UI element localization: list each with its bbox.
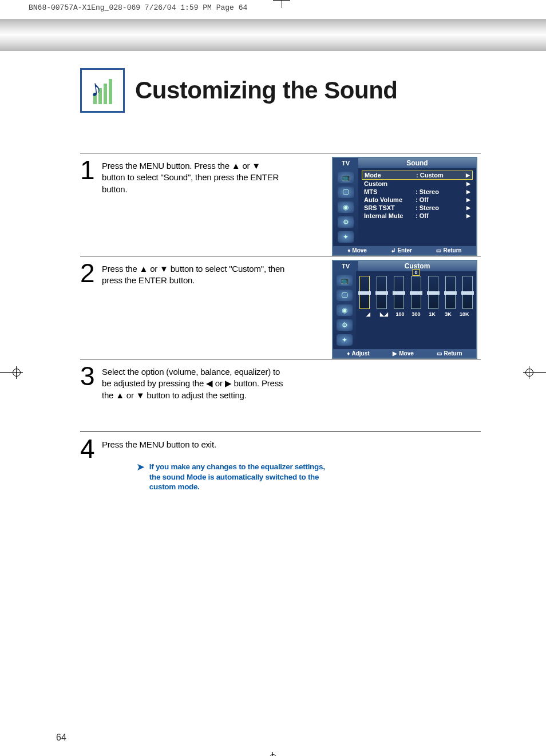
eq-slider: [359, 276, 370, 309]
osd-icon: ✦: [338, 231, 354, 243]
osd-icon: ✦: [337, 334, 353, 346]
osd-sidebar-icons: 📺 🖵 ◉ ⚙ ✦: [333, 168, 358, 246]
osd-equalizer: 0 ◢ ◣◢: [356, 271, 476, 349]
crop-header-text: BN68-00757A-X1Eng_028-069 7/26/04 1:59 P…: [29, 3, 247, 12]
osd-screenshot-sound: TV Sound 📺 🖵 ◉ ⚙ ✦ Mode: [332, 157, 481, 256]
step-text: Press the ▲ or ▼ button to select "Custo…: [102, 260, 285, 287]
chevron-right-icon: ▶: [465, 205, 470, 211]
crop-mark-bottom-icon: [0, 749, 546, 756]
osd-icon: ◉: [337, 304, 353, 316]
return-icon: ▭: [436, 247, 441, 254]
note-text: If you make any changes to the equalizer…: [149, 462, 331, 492]
crop-mark-icon: [273, 0, 290, 11]
chevron-right-icon: ▶: [465, 181, 470, 187]
eq-labels: ◢ ◣◢ 100 300 1K 3K 10K: [356, 311, 476, 319]
step-2: 2 Press the ▲ or ▼ button to select "Cus…: [80, 256, 481, 359]
osd-title: Sound: [358, 159, 476, 167]
eq-label: 10K: [460, 311, 469, 317]
page-title: Customizing the Sound: [135, 77, 397, 104]
eq-slider: [377, 276, 387, 309]
osd-footer: ♦Move ↲Enter ▭Return: [333, 246, 476, 255]
eq-slider: [411, 276, 421, 309]
eq-label: 1K: [428, 311, 437, 317]
chevron-right-icon: ▶: [464, 172, 470, 178]
right-icon: ▶: [393, 350, 397, 357]
banner-strip: [0, 19, 546, 51]
eq-label: ◢: [363, 311, 373, 317]
osd-tv-label: TV: [333, 158, 358, 168]
eq-label: 100: [395, 311, 405, 317]
osd-screenshot-custom: TV Custom 📺 🖵 ◉ ⚙ ✦ 0: [332, 260, 481, 359]
eq-label: 3K: [444, 311, 453, 317]
step-number: 4: [80, 436, 96, 462]
osd-row-mode: Mode : Custom ▶: [362, 171, 473, 180]
osd-row-mts: MTS : Stereo ▶: [362, 188, 473, 196]
crop-header: BN68-00757A-X1Eng_028-069 7/26/04 1:59 P…: [0, 0, 546, 14]
eq-value: 0: [412, 269, 420, 276]
chevron-right-icon: ▶: [465, 213, 470, 219]
osd-sidebar-icons: 📺 🖵 ◉ ⚙ ✦: [333, 271, 356, 349]
osd-icon: ⚙: [337, 319, 353, 331]
eq-slider: [428, 276, 438, 309]
updown-icon: ♦: [347, 350, 350, 357]
eq-label: 300: [412, 311, 421, 317]
osd-menu-list: Mode : Custom ▶ Custom ▶ MTS: [358, 168, 476, 246]
osd-icon: 📺: [337, 275, 353, 286]
osd-row-srs: SRS TSXT : Stereo ▶: [362, 204, 473, 212]
note-arrow-icon: ➤: [136, 462, 145, 492]
title-row: ♪ Customizing the Sound: [80, 68, 512, 113]
osd-icon: 📺: [338, 172, 354, 183]
step-text: Press the MENU button to exit.: [102, 439, 331, 450]
step-number: 2: [80, 260, 96, 286]
note-block: ➤ If you make any changes to the equaliz…: [136, 462, 331, 492]
osd-icon: 🖵: [337, 290, 353, 301]
enter-icon: ↲: [391, 247, 395, 254]
chevron-right-icon: ▶: [465, 197, 470, 203]
osd-icon: ◉: [338, 201, 354, 213]
osd-row-autovolume: Auto Volume : Off ▶: [362, 196, 473, 204]
chevron-right-icon: ▶: [465, 189, 470, 195]
step-3: 3 Select the option (volume, balance, eq…: [80, 359, 481, 432]
step-4: 4 Press the MENU button to exit. ➤ If yo…: [80, 432, 481, 492]
step-text: Press the MENU button. Press the ▲ or ▼ …: [102, 157, 285, 195]
return-icon: ▭: [437, 350, 442, 357]
eq-slider: [394, 276, 404, 309]
osd-row-mute: Internal Mute : Off ▶: [362, 212, 473, 220]
steps-list: 1 Press the MENU button. Press the ▲ or …: [80, 153, 481, 492]
page-number: 64: [56, 733, 512, 743]
step-1: 1 Press the MENU button. Press the ▲ or …: [80, 153, 481, 256]
step-text: Select the option (volume, balance, equa…: [102, 363, 285, 401]
step-number: 1: [80, 157, 96, 183]
osd-icon: ⚙: [338, 216, 354, 228]
sound-music-icon: ♪: [80, 68, 125, 113]
page-content: ♪ Customizing the Sound 1 Press the MENU…: [0, 51, 546, 749]
eq-label: ◣◢: [379, 311, 389, 317]
osd-footer: ♦Adjust ▶Move ▭Return: [333, 349, 476, 358]
eq-slider: [462, 276, 473, 309]
eq-slider: [445, 276, 456, 309]
osd-tv-label: TV: [333, 261, 358, 271]
osd-row-custom: Custom ▶: [362, 180, 473, 188]
updown-icon: ♦: [347, 247, 350, 254]
step-number: 3: [80, 363, 96, 389]
osd-icon: 🖵: [338, 187, 354, 198]
